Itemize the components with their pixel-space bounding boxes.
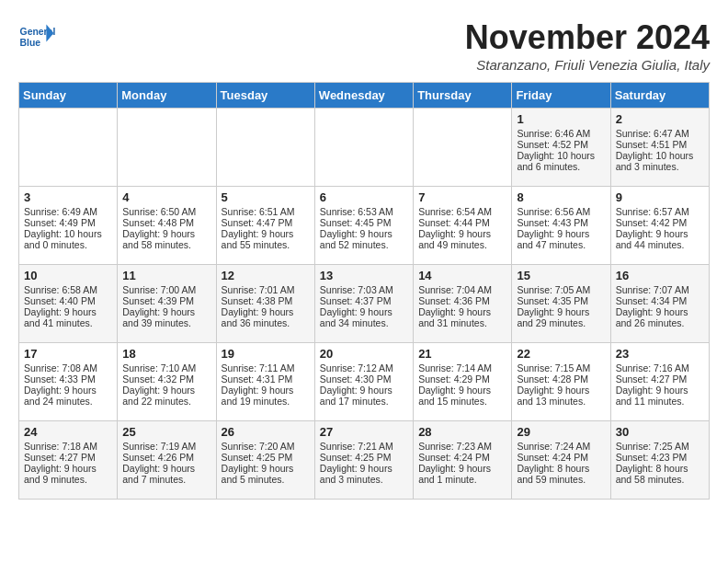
cell-1-3 bbox=[216, 109, 314, 187]
day-info: Sunrise: 7:01 AM bbox=[222, 284, 310, 295]
day-number: 21 bbox=[418, 347, 506, 361]
day-info: Daylight: 9 hours and 22 minutes. bbox=[122, 385, 210, 407]
day-number: 10 bbox=[24, 269, 112, 282]
day-info: Daylight: 9 hours and 17 minutes. bbox=[320, 385, 408, 407]
cell-5-4: 27Sunrise: 7:21 AMSunset: 4:25 PMDayligh… bbox=[314, 421, 413, 500]
cell-5-3: 26Sunrise: 7:20 AMSunset: 4:25 PMDayligh… bbox=[216, 421, 314, 500]
day-info: Sunset: 4:31 PM bbox=[222, 373, 310, 385]
cell-4-1: 17Sunrise: 7:08 AMSunset: 4:33 PMDayligh… bbox=[19, 343, 118, 421]
day-info: Sunset: 4:24 PM bbox=[517, 452, 605, 463]
day-number: 3 bbox=[24, 190, 112, 204]
cell-3-7: 16Sunrise: 7:07 AMSunset: 4:34 PMDayligh… bbox=[610, 265, 709, 343]
day-info: Daylight: 9 hours and 47 minutes. bbox=[517, 228, 605, 250]
svg-text:Blue: Blue bbox=[20, 38, 41, 48]
day-info: Daylight: 9 hours and 9 minutes. bbox=[24, 463, 112, 485]
cell-1-4 bbox=[314, 109, 413, 187]
day-info: Sunrise: 6:58 AM bbox=[24, 284, 112, 295]
day-info: Sunrise: 7:07 AM bbox=[616, 284, 704, 295]
cell-2-5: 7Sunrise: 6:54 AMSunset: 4:44 PMDaylight… bbox=[414, 187, 512, 265]
day-info: Sunset: 4:25 PM bbox=[320, 452, 408, 463]
week-row-2: 3Sunrise: 6:49 AMSunset: 4:49 PMDaylight… bbox=[19, 187, 710, 265]
day-info: Sunset: 4:29 PM bbox=[418, 373, 506, 385]
cell-5-1: 24Sunrise: 7:18 AMSunset: 4:27 PMDayligh… bbox=[19, 421, 118, 500]
day-number: 16 bbox=[616, 269, 704, 282]
day-number: 24 bbox=[24, 425, 112, 439]
title-area: November 2024 Staranzano, Friuli Venezia… bbox=[465, 18, 710, 73]
day-number: 28 bbox=[418, 425, 506, 439]
cell-4-7: 23Sunrise: 7:16 AMSunset: 4:27 PMDayligh… bbox=[610, 343, 709, 421]
calendar-table: SundayMondayTuesdayWednesdayThursdayFrid… bbox=[18, 82, 710, 500]
day-info: Daylight: 9 hours and 13 minutes. bbox=[517, 385, 605, 407]
day-info: Sunset: 4:44 PM bbox=[418, 217, 506, 228]
day-header-tuesday: Tuesday bbox=[216, 83, 314, 109]
day-info: Sunset: 4:24 PM bbox=[418, 452, 506, 463]
day-info: Sunset: 4:35 PM bbox=[517, 295, 605, 306]
day-info: Sunrise: 7:00 AM bbox=[122, 284, 210, 295]
day-header-sunday: Sunday bbox=[19, 83, 118, 109]
logo: General Blue bbox=[18, 18, 59, 55]
day-info: Daylight: 9 hours and 3 minutes. bbox=[320, 463, 408, 485]
day-info: Sunrise: 7:21 AM bbox=[320, 441, 408, 452]
day-number: 30 bbox=[616, 425, 704, 439]
day-info: Daylight: 10 hours and 6 minutes. bbox=[517, 150, 605, 172]
day-number: 19 bbox=[222, 347, 310, 361]
day-info: Sunrise: 7:14 AM bbox=[418, 362, 506, 373]
day-number: 11 bbox=[122, 269, 210, 282]
day-info: Sunrise: 6:57 AM bbox=[616, 206, 704, 217]
cell-3-4: 13Sunrise: 7:03 AMSunset: 4:37 PMDayligh… bbox=[314, 265, 413, 343]
cell-1-2 bbox=[118, 109, 216, 187]
day-info: Daylight: 9 hours and 36 minutes. bbox=[222, 306, 310, 328]
day-number: 13 bbox=[320, 269, 408, 282]
day-info: Sunrise: 7:03 AM bbox=[320, 284, 408, 295]
day-info: Sunrise: 7:05 AM bbox=[517, 284, 605, 295]
day-info: Sunset: 4:49 PM bbox=[24, 217, 112, 228]
day-info: Daylight: 9 hours and 26 minutes. bbox=[616, 306, 704, 328]
cell-3-2: 11Sunrise: 7:00 AMSunset: 4:39 PMDayligh… bbox=[118, 265, 216, 343]
day-number: 12 bbox=[222, 269, 310, 282]
day-info: Sunset: 4:23 PM bbox=[616, 452, 704, 463]
day-info: Daylight: 9 hours and 55 minutes. bbox=[222, 228, 310, 250]
day-info: Sunset: 4:32 PM bbox=[122, 373, 210, 385]
day-info: Sunset: 4:42 PM bbox=[616, 217, 704, 228]
day-number: 6 bbox=[320, 190, 408, 204]
day-number: 5 bbox=[222, 190, 310, 204]
calendar-body: 1Sunrise: 6:46 AMSunset: 4:52 PMDaylight… bbox=[19, 109, 710, 500]
day-info: Sunrise: 7:04 AM bbox=[418, 284, 506, 295]
cell-3-6: 15Sunrise: 7:05 AMSunset: 4:35 PMDayligh… bbox=[512, 265, 610, 343]
cell-4-4: 20Sunrise: 7:12 AMSunset: 4:30 PMDayligh… bbox=[314, 343, 413, 421]
day-info: Sunset: 4:39 PM bbox=[122, 295, 210, 306]
day-number: 25 bbox=[122, 425, 210, 439]
day-header-monday: Monday bbox=[118, 83, 216, 109]
day-info: Daylight: 9 hours and 1 minute. bbox=[418, 463, 506, 485]
day-info: Sunrise: 7:24 AM bbox=[517, 441, 605, 452]
week-row-3: 10Sunrise: 6:58 AMSunset: 4:40 PMDayligh… bbox=[19, 265, 710, 343]
cell-5-5: 28Sunrise: 7:23 AMSunset: 4:24 PMDayligh… bbox=[414, 421, 512, 500]
cell-5-2: 25Sunrise: 7:19 AMSunset: 4:26 PMDayligh… bbox=[118, 421, 216, 500]
day-header-thursday: Thursday bbox=[414, 83, 512, 109]
day-info: Daylight: 9 hours and 29 minutes. bbox=[517, 306, 605, 328]
day-number: 14 bbox=[418, 269, 506, 282]
day-info: Daylight: 9 hours and 15 minutes. bbox=[418, 385, 506, 407]
day-info: Sunset: 4:45 PM bbox=[320, 217, 408, 228]
day-info: Daylight: 9 hours and 39 minutes. bbox=[122, 306, 210, 328]
day-info: Sunrise: 7:10 AM bbox=[122, 362, 210, 373]
day-info: Sunrise: 6:56 AM bbox=[517, 206, 605, 217]
day-info: Sunrise: 6:46 AM bbox=[517, 128, 605, 139]
day-info: Daylight: 9 hours and 52 minutes. bbox=[320, 228, 408, 250]
day-info: Daylight: 9 hours and 19 minutes. bbox=[222, 385, 310, 407]
week-row-1: 1Sunrise: 6:46 AMSunset: 4:52 PMDaylight… bbox=[19, 109, 710, 187]
cell-3-1: 10Sunrise: 6:58 AMSunset: 4:40 PMDayligh… bbox=[19, 265, 118, 343]
day-info: Sunset: 4:43 PM bbox=[517, 217, 605, 228]
cell-2-4: 6Sunrise: 6:53 AMSunset: 4:45 PMDaylight… bbox=[314, 187, 413, 265]
day-info: Daylight: 9 hours and 11 minutes. bbox=[616, 385, 704, 407]
day-number: 4 bbox=[122, 190, 210, 204]
day-number: 15 bbox=[517, 269, 605, 282]
cell-4-6: 22Sunrise: 7:15 AMSunset: 4:28 PMDayligh… bbox=[512, 343, 610, 421]
cell-2-6: 8Sunrise: 6:56 AMSunset: 4:43 PMDaylight… bbox=[512, 187, 610, 265]
day-info: Sunrise: 6:51 AM bbox=[222, 206, 310, 217]
day-number: 17 bbox=[24, 347, 112, 361]
day-info: Sunset: 4:36 PM bbox=[418, 295, 506, 306]
day-number: 2 bbox=[616, 112, 704, 126]
day-info: Sunset: 4:38 PM bbox=[222, 295, 310, 306]
day-info: Daylight: 8 hours and 59 minutes. bbox=[517, 463, 605, 485]
